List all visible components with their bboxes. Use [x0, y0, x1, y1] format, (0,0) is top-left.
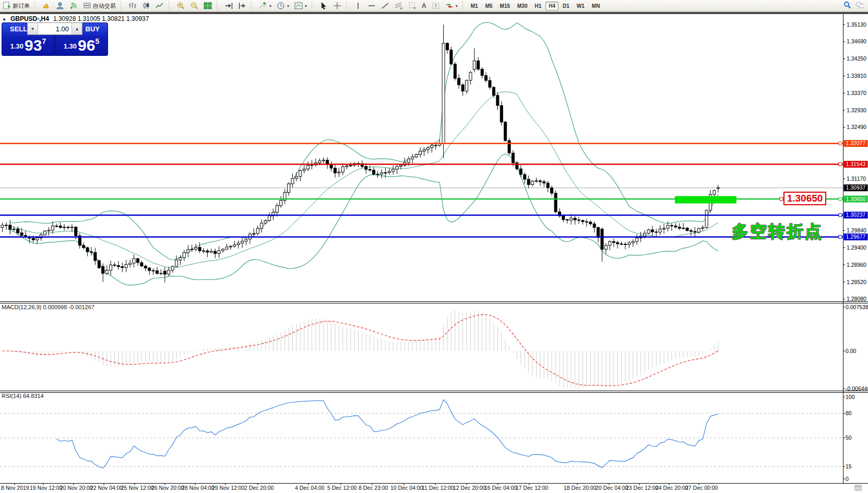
volume-decrease-button[interactable]: ▼ [28, 23, 38, 34]
bar-chart-button[interactable] [126, 0, 139, 11]
auto-scroll-button[interactable] [222, 0, 235, 11]
macd-indicator-label: MACD(12,26,9) 0.000998 -0.001267 [2, 304, 94, 310]
svg-text:1.33370: 1.33370 [847, 90, 866, 96]
timeframe-button-h1[interactable]: H1 [531, 2, 544, 10]
svg-text:17 Dec 12:00: 17 Dec 12:00 [516, 485, 549, 491]
cursor-button[interactable] [317, 0, 330, 11]
svg-text:8 Nov 2019: 8 Nov 2019 [1, 485, 29, 491]
chart-canvas[interactable]: 1.351301.346901.342501.338101.333701.329… [0, 0, 868, 493]
periods-button[interactable]: ▾ [274, 0, 292, 11]
fibonacci-button[interactable]: E [392, 0, 406, 11]
toolbar: 新订单 自动交易 ▾ ▾ ▾ E F A T ▾ [0, 0, 868, 12]
zoom-in-button[interactable] [174, 0, 187, 11]
clock-icon [277, 2, 285, 10]
community-button[interactable] [53, 0, 67, 11]
timeframe-button-w1[interactable]: W1 [574, 2, 588, 10]
chart-title: ▲ GBPUSD-,H4 1.30928 1.31005 1.30821 1.3… [2, 15, 149, 22]
templates-button[interactable]: ▾ [292, 0, 310, 11]
svg-text:80: 80 [846, 410, 852, 416]
collapse-triangle-icon[interactable]: ▲ [2, 17, 6, 21]
time-axis[interactable]: 8 Nov 201919 Nov 12:0020 Nov 20:0022 Nov… [1, 483, 718, 491]
new-order-button[interactable]: 新订单 [0, 0, 32, 11]
vertical-line-icon [354, 2, 362, 10]
timeframe-button-m30[interactable]: M30 [514, 2, 530, 10]
text-label-button[interactable]: T [429, 0, 443, 11]
indicators-button[interactable]: ▾ [256, 0, 274, 11]
svg-text:1.34690: 1.34690 [847, 38, 866, 44]
svg-text:1.30237: 1.30237 [846, 212, 866, 218]
svg-text:0.00: 0.00 [846, 348, 857, 354]
autotrading-button[interactable]: 自动交易 [80, 0, 118, 11]
svg-text:1.35130: 1.35130 [847, 21, 866, 28]
trendline-button[interactable] [378, 0, 392, 11]
svg-text:50: 50 [846, 435, 852, 441]
timeframe-toolbar: M1M5M15M30H1H4D1W1MN [468, 2, 603, 10]
autotrading-icon [83, 2, 91, 10]
svg-text:0.007538: 0.007538 [846, 304, 868, 310]
svg-text:1.32490: 1.32490 [847, 124, 866, 130]
chart-annotation-text[interactable]: 多空转折点 [732, 220, 823, 243]
svg-text:15: 15 [846, 463, 852, 469]
svg-text:8 Dec 23:00: 8 Dec 23:00 [359, 485, 388, 491]
timeframe-button-m1[interactable]: M1 [468, 2, 481, 10]
highlight-rectangle[interactable] [675, 196, 736, 204]
vertical-line-button[interactable] [351, 0, 365, 11]
timeframe-button-m15[interactable]: M15 [497, 2, 513, 10]
price-callout-label[interactable]: 1.30650 [783, 192, 826, 205]
chat-icon[interactable] [855, 1, 864, 9]
buy-label: BUY [86, 25, 100, 33]
sell-label: SELL [10, 25, 27, 33]
crosshair-button[interactable] [330, 0, 344, 11]
trendline-icon [381, 2, 389, 10]
timeframe-button-mn[interactable]: MN [589, 2, 603, 10]
text-button[interactable]: A [419, 0, 429, 11]
template-icon [294, 2, 303, 10]
svg-text:1.30937: 1.30937 [846, 184, 866, 191]
grid-button[interactable]: F [406, 0, 419, 11]
arrows-button[interactable]: ▾ [443, 0, 460, 11]
one-click-trading-panel: SELL 1.30937 BUY 1.30965 ▼ 1.00 ▲ [2, 22, 108, 55]
text-label-icon: T [432, 2, 440, 10]
svg-text:2 Dec 20:00: 2 Dec 20:00 [244, 485, 274, 491]
timeframe-button-h4[interactable]: H4 [545, 2, 558, 10]
separator [169, 2, 172, 10]
chart-shift-button[interactable] [235, 0, 249, 11]
svg-text:T: T [434, 4, 437, 8]
svg-text:0: 0 [846, 476, 849, 482]
zoom-out-icon [190, 2, 198, 10]
tile-windows-button[interactable] [201, 0, 215, 11]
rsi-indicator-label: RSI(14) 64.8314 [2, 393, 44, 399]
signals-button[interactable] [67, 0, 80, 11]
horizontal-line-icon [367, 2, 376, 10]
arrows-icon [445, 2, 454, 10]
zoom-in-icon [176, 2, 185, 10]
svg-text:20 Nov 20:00: 20 Nov 20:00 [60, 485, 93, 491]
candlestick-chart-button[interactable] [139, 0, 153, 11]
quick-navigation-icon[interactable] [855, 485, 861, 490]
new-order-label: 新订单 [13, 2, 30, 10]
svg-text:1.31170: 1.31170 [847, 175, 866, 182]
horizontal-line-button[interactable] [365, 0, 378, 11]
timeframe-button-m5[interactable]: M5 [482, 2, 496, 10]
chart-symbol: GBPUSD-,H4 [10, 15, 49, 22]
separator [312, 2, 315, 10]
svg-text:12 Dec 20:00: 12 Dec 20:00 [453, 485, 486, 491]
svg-text:26 Nov 20:00: 26 Nov 20:00 [151, 485, 184, 491]
auto-scroll-icon [224, 2, 233, 10]
timeframe-button-d1[interactable]: D1 [560, 2, 573, 10]
volume-input[interactable]: 1.00 [38, 23, 72, 34]
svg-text:11 Dec 12:00: 11 Dec 12:00 [422, 485, 454, 491]
svg-text:-0.006446: -0.006446 [846, 385, 868, 392]
chevron-down-icon: ▾ [305, 4, 307, 8]
deposit-button[interactable] [40, 0, 53, 11]
line-chart-button[interactable] [153, 0, 167, 11]
zoom-out-button[interactable] [187, 0, 201, 11]
chevron-down-icon: ▾ [456, 4, 458, 8]
volume-increase-button[interactable]: ▲ [72, 23, 82, 34]
search-icon[interactable] [843, 1, 851, 9]
chart-shift-icon [238, 2, 246, 10]
gold-icon [42, 2, 51, 10]
chart-ohlc: 1.30928 1.31005 1.30821 1.30937 [53, 15, 149, 22]
bar-chart-icon [128, 2, 137, 10]
svg-text:10 Dec 04:00: 10 Dec 04:00 [390, 485, 423, 491]
